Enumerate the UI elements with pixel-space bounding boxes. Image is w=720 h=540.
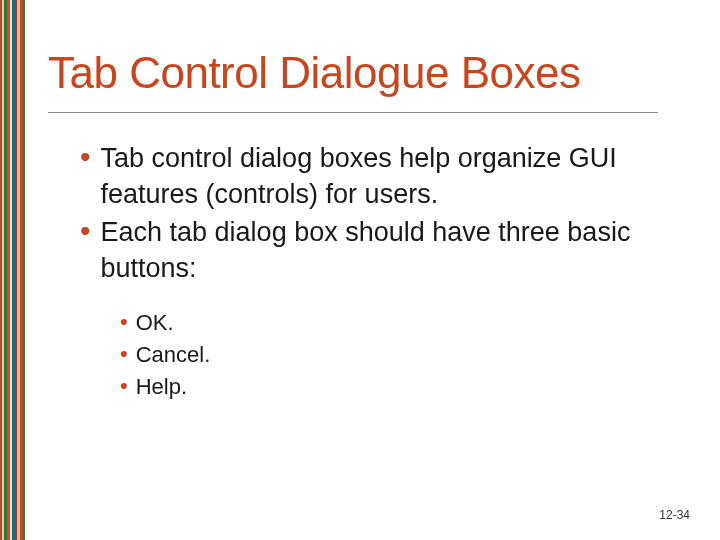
bullet-text: Each tab dialog box should have three ba… [101,214,660,286]
bullet-text: Tab control dialog boxes help organize G… [101,140,660,212]
sub-bullet-text: OK. [136,308,174,338]
sub-bullet-text: Help. [136,372,187,402]
bullet-icon: • [80,214,91,248]
sub-bullet-text: Cancel. [136,340,211,370]
bullet-icon: • [120,372,128,400]
page-number: 12-34 [659,508,690,522]
bullet-icon: • [120,340,128,368]
bullet-item: • Each tab dialog box should have three … [80,214,660,286]
sub-bullet-item: • OK. [120,308,660,338]
sub-bullet-list: • OK. • Cancel. • Help. [120,308,660,402]
title-underline [48,112,658,113]
decorative-stripe-band [0,0,25,540]
slide-title: Tab Control Dialogue Boxes [48,48,580,98]
bullet-icon: • [120,308,128,336]
bullet-item: • Tab control dialog boxes help organize… [80,140,660,212]
bullet-icon: • [80,140,91,174]
stripe [23,0,25,540]
sub-bullet-item: • Cancel. [120,340,660,370]
sub-bullet-item: • Help. [120,372,660,402]
slide-body: • Tab control dialog boxes help organize… [80,140,660,404]
